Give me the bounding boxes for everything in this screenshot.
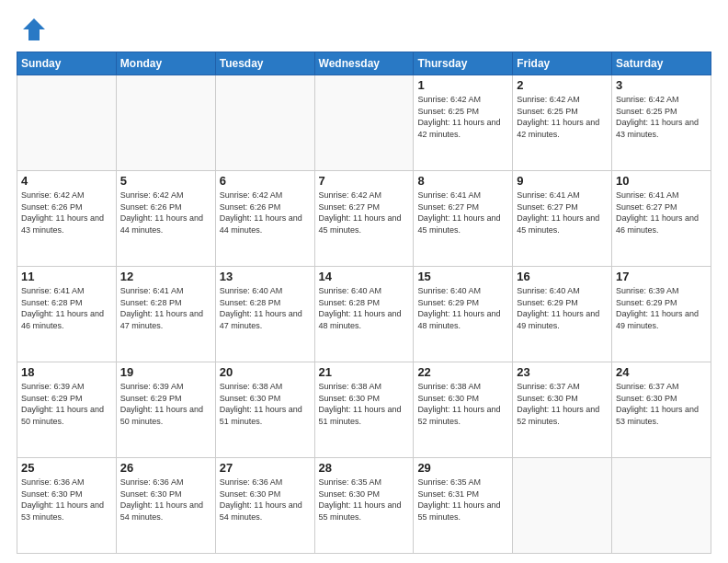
day-number: 21 (319, 365, 410, 379)
day-number: 1 (417, 78, 508, 92)
day-cell: 17Sunrise: 6:39 AM Sunset: 6:29 PM Dayli… (612, 267, 711, 362)
svg-marker-0 (23, 18, 45, 40)
day-info: Sunrise: 6:36 AM Sunset: 6:30 PM Dayligh… (120, 477, 211, 523)
day-cell (513, 458, 612, 554)
day-cell (116, 75, 215, 171)
week-row-2: 4Sunrise: 6:42 AM Sunset: 6:26 PM Daylig… (17, 171, 711, 267)
col-header-saturday: Saturday (612, 52, 711, 75)
day-info: Sunrise: 6:37 AM Sunset: 6:30 PM Dayligh… (517, 381, 608, 427)
day-number: 25 (21, 461, 112, 475)
day-cell: 29Sunrise: 6:35 AM Sunset: 6:31 PM Dayli… (414, 458, 513, 554)
day-info: Sunrise: 6:41 AM Sunset: 6:28 PM Dayligh… (120, 285, 211, 331)
day-cell: 10Sunrise: 6:41 AM Sunset: 6:27 PM Dayli… (612, 171, 711, 267)
day-info: Sunrise: 6:35 AM Sunset: 6:30 PM Dayligh… (319, 477, 410, 523)
day-info: Sunrise: 6:42 AM Sunset: 6:26 PM Dayligh… (120, 190, 211, 236)
day-cell: 28Sunrise: 6:35 AM Sunset: 6:30 PM Dayli… (314, 458, 414, 554)
day-cell: 6Sunrise: 6:42 AM Sunset: 6:26 PM Daylig… (215, 171, 314, 267)
col-header-wednesday: Wednesday (314, 52, 414, 75)
day-cell: 7Sunrise: 6:42 AM Sunset: 6:27 PM Daylig… (314, 171, 414, 267)
day-cell: 18Sunrise: 6:39 AM Sunset: 6:29 PM Dayli… (17, 362, 117, 458)
header (17, 17, 711, 42)
day-cell: 23Sunrise: 6:37 AM Sunset: 6:30 PM Dayli… (513, 362, 612, 458)
day-number: 26 (120, 461, 211, 475)
day-number: 2 (517, 78, 608, 92)
day-cell: 8Sunrise: 6:41 AM Sunset: 6:27 PM Daylig… (414, 171, 513, 267)
day-info: Sunrise: 6:40 AM Sunset: 6:28 PM Dayligh… (220, 285, 311, 331)
day-cell (314, 75, 414, 171)
day-number: 18 (21, 365, 112, 379)
day-info: Sunrise: 6:42 AM Sunset: 6:27 PM Dayligh… (319, 190, 410, 236)
day-cell: 9Sunrise: 6:41 AM Sunset: 6:27 PM Daylig… (513, 171, 612, 267)
day-cell: 19Sunrise: 6:39 AM Sunset: 6:29 PM Dayli… (116, 362, 215, 458)
day-cell: 2Sunrise: 6:42 AM Sunset: 6:25 PM Daylig… (513, 75, 612, 171)
day-info: Sunrise: 6:41 AM Sunset: 6:27 PM Dayligh… (517, 190, 608, 236)
day-number: 6 (220, 174, 311, 188)
page: SundayMondayTuesdayWednesdayThursdayFrid… (0, 0, 728, 563)
day-number: 9 (517, 174, 608, 188)
day-number: 22 (417, 365, 508, 379)
day-info: Sunrise: 6:39 AM Sunset: 6:29 PM Dayligh… (120, 381, 211, 427)
day-cell (215, 75, 314, 171)
day-number: 7 (319, 174, 410, 188)
day-info: Sunrise: 6:39 AM Sunset: 6:29 PM Dayligh… (616, 285, 707, 331)
day-number: 13 (220, 270, 311, 283)
day-cell: 24Sunrise: 6:37 AM Sunset: 6:30 PM Dayli… (612, 362, 711, 458)
col-header-monday: Monday (116, 52, 215, 75)
day-info: Sunrise: 6:42 AM Sunset: 6:26 PM Dayligh… (220, 190, 311, 236)
day-cell: 27Sunrise: 6:36 AM Sunset: 6:30 PM Dayli… (215, 458, 314, 554)
day-info: Sunrise: 6:40 AM Sunset: 6:29 PM Dayligh… (517, 285, 608, 331)
day-cell (612, 458, 711, 554)
day-info: Sunrise: 6:40 AM Sunset: 6:29 PM Dayligh… (417, 285, 508, 331)
col-header-thursday: Thursday (414, 52, 513, 75)
day-number: 27 (220, 461, 311, 475)
day-info: Sunrise: 6:42 AM Sunset: 6:26 PM Dayligh… (21, 190, 112, 236)
day-cell: 12Sunrise: 6:41 AM Sunset: 6:28 PM Dayli… (116, 267, 215, 362)
day-cell: 22Sunrise: 6:38 AM Sunset: 6:30 PM Dayli… (414, 362, 513, 458)
col-header-tuesday: Tuesday (215, 52, 314, 75)
day-cell: 5Sunrise: 6:42 AM Sunset: 6:26 PM Daylig… (116, 171, 215, 267)
day-cell: 11Sunrise: 6:41 AM Sunset: 6:28 PM Dayli… (17, 267, 117, 362)
day-cell: 4Sunrise: 6:42 AM Sunset: 6:26 PM Daylig… (17, 171, 117, 267)
week-row-5: 25Sunrise: 6:36 AM Sunset: 6:30 PM Dayli… (17, 458, 711, 554)
day-number: 29 (417, 461, 508, 475)
day-number: 10 (616, 174, 707, 188)
day-cell (17, 75, 117, 171)
day-info: Sunrise: 6:39 AM Sunset: 6:29 PM Dayligh… (21, 381, 112, 427)
logo (17, 17, 47, 42)
day-info: Sunrise: 6:38 AM Sunset: 6:30 PM Dayligh… (417, 381, 508, 427)
header-row: SundayMondayTuesdayWednesdayThursdayFrid… (17, 52, 711, 75)
day-cell: 26Sunrise: 6:36 AM Sunset: 6:30 PM Dayli… (116, 458, 215, 554)
day-cell: 20Sunrise: 6:38 AM Sunset: 6:30 PM Dayli… (215, 362, 314, 458)
day-info: Sunrise: 6:41 AM Sunset: 6:27 PM Dayligh… (616, 190, 707, 236)
day-cell: 15Sunrise: 6:40 AM Sunset: 6:29 PM Dayli… (414, 267, 513, 362)
day-info: Sunrise: 6:35 AM Sunset: 6:31 PM Dayligh… (417, 477, 508, 523)
day-number: 23 (517, 365, 608, 379)
day-info: Sunrise: 6:42 AM Sunset: 6:25 PM Dayligh… (517, 94, 608, 140)
day-cell: 13Sunrise: 6:40 AM Sunset: 6:28 PM Dayli… (215, 267, 314, 362)
day-number: 20 (220, 365, 311, 379)
day-cell: 21Sunrise: 6:38 AM Sunset: 6:30 PM Dayli… (314, 362, 414, 458)
day-number: 11 (21, 270, 112, 283)
day-number: 8 (417, 174, 508, 188)
day-number: 12 (120, 270, 211, 283)
day-cell: 14Sunrise: 6:40 AM Sunset: 6:28 PM Dayli… (314, 267, 414, 362)
day-cell: 1Sunrise: 6:42 AM Sunset: 6:25 PM Daylig… (414, 75, 513, 171)
day-info: Sunrise: 6:42 AM Sunset: 6:25 PM Dayligh… (417, 94, 508, 140)
day-number: 16 (517, 270, 608, 283)
day-info: Sunrise: 6:36 AM Sunset: 6:30 PM Dayligh… (220, 477, 311, 523)
logo-icon (21, 17, 47, 42)
day-number: 28 (319, 461, 410, 475)
day-cell: 25Sunrise: 6:36 AM Sunset: 6:30 PM Dayli… (17, 458, 117, 554)
day-number: 4 (21, 174, 112, 188)
day-number: 14 (319, 270, 410, 283)
week-row-4: 18Sunrise: 6:39 AM Sunset: 6:29 PM Dayli… (17, 362, 711, 458)
calendar-table: SundayMondayTuesdayWednesdayThursdayFrid… (17, 52, 711, 554)
day-info: Sunrise: 6:42 AM Sunset: 6:25 PM Dayligh… (616, 94, 707, 140)
day-info: Sunrise: 6:41 AM Sunset: 6:28 PM Dayligh… (21, 285, 112, 331)
day-number: 17 (616, 270, 707, 283)
day-number: 19 (120, 365, 211, 379)
day-number: 5 (120, 174, 211, 188)
day-info: Sunrise: 6:41 AM Sunset: 6:27 PM Dayligh… (417, 190, 508, 236)
day-info: Sunrise: 6:37 AM Sunset: 6:30 PM Dayligh… (616, 381, 707, 427)
day-cell: 3Sunrise: 6:42 AM Sunset: 6:25 PM Daylig… (612, 75, 711, 171)
